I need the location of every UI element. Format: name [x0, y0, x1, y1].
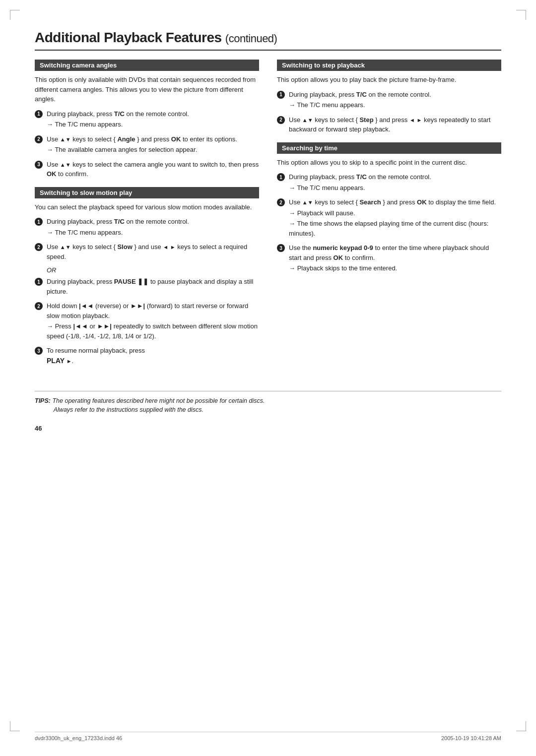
step-number: 2 [35, 135, 43, 143]
step-arrow: Playback skips to the time entered. [289, 263, 501, 273]
step-content: During playback, press T/C on the remote… [289, 90, 501, 110]
step-content: Use keys to select { Angle } and press O… [47, 134, 259, 155]
content-columns: Switching camera angles This option is o… [35, 60, 501, 371]
section-header-slow: Switching to slow motion play [35, 187, 259, 198]
step-steps-list: 1 During playback, press T/C on the remo… [277, 90, 501, 134]
search-step-1: 1 During playback, press T/C on the remo… [277, 172, 501, 192]
slow-step-b1: 1 During playback, press PAUSE ❚❚ to pau… [35, 277, 259, 296]
step-content: Use keys to select { Step } and press ke… [289, 115, 501, 134]
corner-mark-tl [10, 10, 20, 20]
step-number: 1 [277, 173, 285, 181]
step-content: During playback, press T/C on the remote… [47, 109, 259, 129]
step-arrow: The T/C menu appears. [47, 228, 259, 238]
step-number: 2 [35, 302, 43, 310]
slow-intro: You can select the playback speed for va… [35, 202, 259, 212]
right-column: Switching to step playback This option a… [277, 60, 501, 371]
footer-right: 2005-10-19 10:41:28 AM [441, 735, 501, 741]
step-arrow: The T/C menu appears. [289, 100, 501, 110]
step-number: 1 [35, 278, 43, 286]
page-title-text: Additional Playback Features [35, 30, 222, 45]
slow-step-b3: 3 To resume normal playback, press PLAY … [35, 346, 259, 366]
step-number: 1 [35, 110, 43, 118]
step-intro: This option allows you to play back the … [277, 75, 501, 85]
step-content: Use keys to select { Slow } and use keys… [47, 242, 259, 261]
step-arrow: The available camera angles for selectio… [47, 145, 259, 155]
section-header-step: Switching to step playback [277, 60, 501, 71]
section-header-search: Searching by time [277, 142, 501, 154]
step-content: To resume normal playback, press PLAY . [47, 346, 259, 366]
step-step-2: 2 Use keys to select { Step } and press … [277, 115, 501, 134]
tips-section: TIPS: The operating features described h… [35, 391, 501, 415]
camera-step-3: 3 Use keys to select the camera angle yo… [35, 160, 259, 179]
section-header-camera: Switching camera angles [35, 60, 259, 71]
step-arrow: Press |◄◄ or ►►| repeatedly to switch be… [47, 321, 259, 341]
step-number: 2 [277, 198, 285, 206]
step-content: Use keys to select the camera angle you … [47, 160, 259, 179]
search-intro: This option allows you to skip to a spec… [277, 158, 501, 168]
search-step-2: 2 Use keys to select { Search } and pres… [277, 197, 501, 238]
step-content: During playback, press T/C on the remote… [47, 217, 259, 237]
search-step-3: 3 Use the numeric keypad 0-9 to enter th… [277, 243, 501, 273]
slow-step-a1: 1 During playback, press T/C on the remo… [35, 217, 259, 237]
play-label: PLAY [47, 357, 72, 365]
step-number: 1 [35, 218, 43, 226]
camera-steps-list: 1 During playback, press T/C on the remo… [35, 109, 259, 179]
footer-left: dvdr3300h_uk_eng_17233d.indd 46 [35, 735, 122, 741]
step-number: 3 [35, 161, 43, 169]
footer: dvdr3300h_uk_eng_17233d.indd 46 2005-10-… [35, 732, 501, 741]
tips-label: TIPS: The operating features described h… [35, 397, 265, 414]
step-arrow: The T/C menu appears. [289, 183, 501, 193]
slow-step-a2: 2 Use keys to select { Slow } and use ke… [35, 242, 259, 261]
step-content: During playback, press PAUSE ❚❚ to pause… [47, 277, 259, 296]
or-label: OR [47, 266, 259, 274]
step-arrow: The T/C menu appears. [47, 120, 259, 129]
step-step-1: 1 During playback, press T/C on the remo… [277, 90, 501, 110]
page-number: 46 [35, 425, 501, 432]
step-content: Use the numeric keypad 0-9 to enter the … [289, 243, 501, 273]
slow-steps-a-list: 1 During playback, press T/C on the remo… [35, 217, 259, 261]
step-content: During playback, press T/C on the remote… [289, 172, 501, 192]
page-title: Additional Playback Features (continued) [35, 30, 501, 51]
step-number: 2 [277, 116, 285, 124]
corner-mark-bl [10, 721, 20, 731]
page: Additional Playback Features (continued)… [0, 0, 536, 756]
step-content: Hold down |◄◄ (reverse) or ►►| (forward)… [47, 301, 259, 341]
slow-step-b2: 2 Hold down |◄◄ (reverse) or ►►| (forwar… [35, 301, 259, 341]
step-arrow: Playback will pause. [289, 208, 501, 218]
left-column: Switching camera angles This option is o… [35, 60, 259, 371]
step-number: 3 [277, 244, 285, 252]
step-number: 3 [35, 347, 43, 355]
step-arrow-2: The time shows the elapsed playing time … [289, 219, 501, 238]
search-steps-list: 1 During playback, press T/C on the remo… [277, 172, 501, 273]
corner-mark-br [516, 721, 526, 731]
step-content: Use keys to select { Search } and press … [289, 197, 501, 238]
page-title-continued: (continued) [225, 32, 277, 45]
step-number: 1 [277, 91, 285, 99]
corner-mark-tr [516, 10, 526, 20]
camera-intro: This option is only available with DVDs … [35, 75, 259, 104]
step-number: 2 [35, 243, 43, 251]
camera-step-1: 1 During playback, press T/C on the remo… [35, 109, 259, 129]
camera-step-2: 2 Use keys to select { Angle } and press… [35, 134, 259, 155]
slow-steps-b-list: 1 During playback, press PAUSE ❚❚ to pau… [35, 277, 259, 366]
